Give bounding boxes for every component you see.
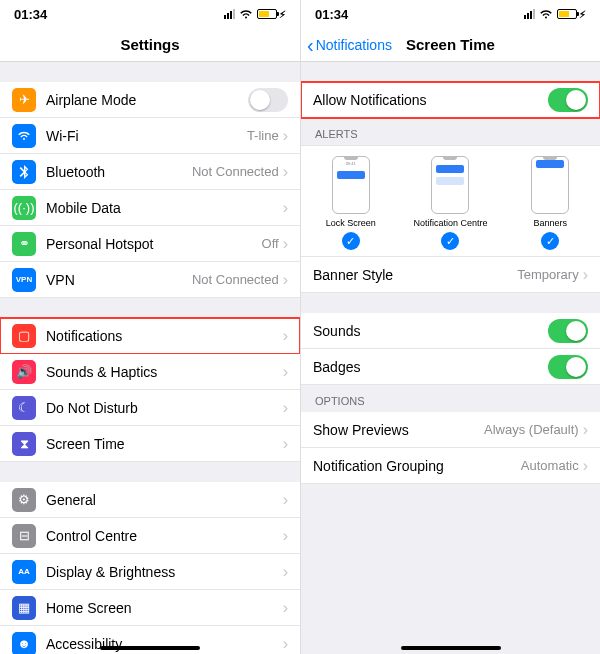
- status-time: 01:34: [14, 7, 47, 22]
- notification-settings-screen: 01:34 ⚡︎ ‹ Notifications Screen Time All…: [300, 0, 600, 654]
- chevron-right-icon: ›: [283, 199, 288, 217]
- home-indicator[interactable]: [100, 646, 200, 650]
- chevron-right-icon: ›: [283, 327, 288, 345]
- alert-notification-centre[interactable]: Notification Centre ✓: [401, 156, 500, 250]
- row-label: General: [46, 492, 283, 508]
- back-button[interactable]: ‹ Notifications: [307, 35, 392, 55]
- alert-lockscreen[interactable]: 09:41 Lock Screen ✓: [302, 156, 401, 250]
- battery-icon: [557, 9, 577, 19]
- row-mobile-data[interactable]: ((·)) Mobile Data ›: [0, 190, 300, 226]
- moon-icon: ☾: [12, 396, 36, 420]
- row-label: Screen Time: [46, 436, 283, 452]
- chevron-right-icon: ›: [583, 421, 588, 439]
- row-notifications[interactable]: ▢ Notifications ›: [0, 318, 300, 354]
- row-airplane[interactable]: ✈︎ Airplane Mode: [0, 82, 300, 118]
- row-vpn[interactable]: VPN VPN Not Connected ›: [0, 262, 300, 298]
- status-bar: 01:34 ⚡︎: [0, 0, 300, 28]
- row-label: Notification Grouping: [313, 458, 521, 474]
- alert-banners[interactable]: Banners ✓: [501, 156, 600, 250]
- check-icon[interactable]: ✓: [441, 232, 459, 250]
- display-icon: AA: [12, 560, 36, 584]
- check-icon[interactable]: ✓: [342, 232, 360, 250]
- notifications-icon: ▢: [12, 324, 36, 348]
- charging-icon: ⚡︎: [279, 9, 286, 20]
- row-label: Display & Brightness: [46, 564, 283, 580]
- chevron-right-icon: ›: [583, 266, 588, 284]
- vpn-icon: VPN: [12, 268, 36, 292]
- home-indicator[interactable]: [401, 646, 501, 650]
- row-allow-notifications[interactable]: Allow Notifications: [301, 82, 600, 118]
- page-title: Screen Time: [406, 36, 495, 53]
- row-detail: Temporary: [517, 267, 578, 282]
- row-label: Sounds: [313, 323, 548, 339]
- signal-icon: [524, 9, 535, 19]
- row-display[interactable]: AA Display & Brightness ›: [0, 554, 300, 590]
- row-label: Banner Style: [313, 267, 517, 283]
- hotspot-icon: ⚭: [12, 232, 36, 256]
- badges-switch[interactable]: [548, 355, 588, 379]
- row-badges-toggle[interactable]: Badges: [301, 349, 600, 385]
- check-icon[interactable]: ✓: [541, 232, 559, 250]
- row-banner-style[interactable]: Banner Style Temporary ›: [301, 257, 600, 293]
- row-detail: Not Connected: [192, 164, 279, 179]
- bluetooth-icon: [12, 160, 36, 184]
- alerts-header: ALERTS: [301, 118, 600, 145]
- chevron-right-icon: ›: [283, 399, 288, 417]
- chevron-right-icon: ›: [283, 271, 288, 289]
- gear-icon: ⚙︎: [12, 488, 36, 512]
- charging-icon: ⚡︎: [579, 9, 586, 20]
- chevron-left-icon: ‹: [307, 35, 314, 55]
- status-bar: 01:34 ⚡︎: [301, 0, 600, 28]
- allow-notifications-switch[interactable]: [548, 88, 588, 112]
- chevron-right-icon: ›: [283, 163, 288, 181]
- row-general[interactable]: ⚙︎ General ›: [0, 482, 300, 518]
- row-detail: Automatic: [521, 458, 579, 473]
- row-label: Airplane Mode: [46, 92, 248, 108]
- chevron-right-icon: ›: [283, 127, 288, 145]
- row-control-centre[interactable]: ⊟ Control Centre ›: [0, 518, 300, 554]
- wifi-status-icon: [539, 9, 553, 19]
- battery-icon: [257, 9, 277, 19]
- row-screentime[interactable]: ⧗ Screen Time ›: [0, 426, 300, 462]
- nav-bar: ‹ Notifications Screen Time: [301, 28, 600, 62]
- row-notification-grouping[interactable]: Notification Grouping Automatic ›: [301, 448, 600, 484]
- chevron-right-icon: ›: [583, 457, 588, 475]
- row-label: Personal Hotspot: [46, 236, 262, 252]
- chevron-right-icon: ›: [283, 235, 288, 253]
- status-time: 01:34: [315, 7, 348, 22]
- row-bluetooth[interactable]: Bluetooth Not Connected ›: [0, 154, 300, 190]
- row-label: Wi-Fi: [46, 128, 247, 144]
- row-label: Home Screen: [46, 600, 283, 616]
- row-home-screen[interactable]: ▦ Home Screen ›: [0, 590, 300, 626]
- row-wifi[interactable]: Wi-Fi T-line ›: [0, 118, 300, 154]
- chevron-right-icon: ›: [283, 435, 288, 453]
- switches-icon: ⊟: [12, 524, 36, 548]
- sounds-icon: 🔊: [12, 360, 36, 384]
- back-label: Notifications: [316, 37, 392, 53]
- airplane-switch[interactable]: [248, 88, 288, 112]
- chevron-right-icon: ›: [283, 527, 288, 545]
- signal-icon: [224, 9, 235, 19]
- page-title: Settings: [120, 36, 179, 53]
- row-detail: Not Connected: [192, 272, 279, 287]
- alert-label: Notification Centre: [413, 218, 487, 228]
- row-hotspot[interactable]: ⚭ Personal Hotspot Off ›: [0, 226, 300, 262]
- settings-list[interactable]: ✈︎ Airplane Mode Wi-Fi T-line › Bluetoot…: [0, 62, 300, 654]
- accessibility-icon: ☻: [12, 632, 36, 655]
- hourglass-icon: ⧗: [12, 432, 36, 456]
- row-sounds-toggle[interactable]: Sounds: [301, 313, 600, 349]
- row-dnd[interactable]: ☾ Do Not Disturb ›: [0, 390, 300, 426]
- alert-label: Lock Screen: [326, 218, 376, 228]
- alerts-styles: 09:41 Lock Screen ✓ Notification Centre …: [301, 145, 600, 257]
- row-sounds[interactable]: 🔊 Sounds & Haptics ›: [0, 354, 300, 390]
- sounds-switch[interactable]: [548, 319, 588, 343]
- row-label: Mobile Data: [46, 200, 283, 216]
- row-detail: Always (Default): [484, 422, 579, 437]
- row-show-previews[interactable]: Show Previews Always (Default) ›: [301, 412, 600, 448]
- grid-icon: ▦: [12, 596, 36, 620]
- notification-settings-list[interactable]: Allow Notifications ALERTS 09:41 Lock Sc…: [301, 62, 600, 654]
- chevron-right-icon: ›: [283, 491, 288, 509]
- alert-label: Banners: [533, 218, 567, 228]
- row-label: Badges: [313, 359, 548, 375]
- options-header: OPTIONS: [301, 385, 600, 412]
